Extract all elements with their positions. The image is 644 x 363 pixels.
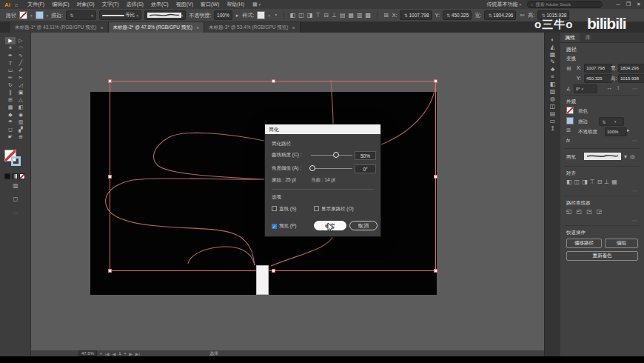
align-left-icon[interactable]: ◧: [289, 12, 297, 19]
menu-item[interactable]: 选择(S): [123, 1, 147, 8]
free-transform-tool[interactable]: ▣: [16, 89, 26, 96]
angle-threshold-value[interactable]: 0°: [355, 164, 376, 173]
type-tool[interactable]: T: [5, 59, 16, 67]
prev-artboard-icon[interactable]: ◀: [113, 351, 116, 356]
pen-tool[interactable]: ✒: [5, 52, 16, 59]
distribute-v-center-icon[interactable]: ▦: [347, 12, 355, 19]
artboard-number-field[interactable]: 1: [118, 351, 121, 356]
workspace-switcher-icon[interactable]: ▦ ▾: [252, 1, 261, 7]
gradient-tool[interactable]: ◧: [16, 104, 26, 111]
brush-dropdown-icon[interactable]: ▾: [624, 153, 627, 160]
selection-tool[interactable]: ▶: [5, 37, 16, 44]
document-tab[interactable]: 未标题-1* @ 43.11% (RGB/GPU 预览)×: [10, 22, 109, 33]
last-artboard-icon[interactable]: ▶|: [135, 351, 140, 356]
pathfinder-intersect-icon[interactable]: ◳: [586, 208, 592, 215]
align-h-center-icon[interactable]: ◫: [574, 179, 580, 185]
selection-handle[interactable]: [272, 79, 275, 83]
close-button[interactable]: ✕: [634, 1, 644, 7]
brush-definition-select[interactable]: [584, 153, 621, 161]
home-icon[interactable]: ⌂: [15, 2, 18, 7]
flip-horizontal-icon[interactable]: ↔: [606, 84, 612, 91]
align-v-center-icon[interactable]: ⊟: [323, 12, 329, 19]
selection-handle[interactable]: [108, 269, 112, 273]
brushes-panel-icon[interactable]: ✎: [548, 58, 558, 65]
selection-handle[interactable]: [434, 175, 437, 179]
menu-item[interactable]: 帮助(H): [223, 1, 248, 8]
document-tab[interactable]: 未标题-3* @ 53.4% (RGB/GPU 预览)×: [204, 22, 300, 33]
reference-point-icon[interactable]: ⊞: [383, 12, 389, 19]
offset-path-button[interactable]: 偏移路径: [566, 239, 602, 248]
align-right-icon[interactable]: ◨: [582, 179, 588, 185]
symbol-sprayer-tool[interactable]: ☂: [5, 119, 16, 126]
blend-tool[interactable]: ◉: [16, 111, 26, 119]
recolor-button[interactable]: 重新着色: [566, 251, 638, 261]
menu-item[interactable]: 编辑(E): [48, 1, 73, 8]
swatches-panel-icon[interactable]: ▦: [548, 50, 558, 58]
opacity-input[interactable]: 100%: [214, 10, 232, 20]
symbols-panel-icon[interactable]: ♣: [548, 65, 558, 73]
rectangle-tool[interactable]: ▭: [5, 67, 16, 74]
selection-handle[interactable]: [434, 79, 437, 83]
color-guide-panel-icon[interactable]: ◭: [548, 43, 558, 50]
align-bottom-icon[interactable]: ⊥: [604, 179, 609, 185]
width-tool[interactable]: ∥: [5, 89, 16, 96]
align-right-icon[interactable]: ◨: [306, 12, 314, 19]
more-options-icon[interactable]: ⋯: [632, 218, 638, 224]
artboards-panel-icon[interactable]: ▭: [548, 117, 558, 124]
next-artboard-icon[interactable]: ▶: [129, 351, 133, 356]
more-options-icon[interactable]: ⋯: [632, 188, 638, 194]
magic-wand-tool[interactable]: ✶: [5, 44, 16, 52]
document-tab-active[interactable]: 未标题-2* @ 47.8% (RGB/GPU 预览)×: [109, 22, 204, 33]
brush-definition-select[interactable]: ▾: [144, 10, 187, 20]
rotate-angle-select[interactable]: 0° ▾: [574, 84, 597, 93]
align-left-icon[interactable]: ◧: [566, 179, 572, 185]
brush-libraries-icon[interactable]: ◎: [630, 153, 635, 160]
artboard-dropdown-icon[interactable]: ▾: [124, 351, 127, 356]
show-original-path-checkbox[interactable]: 显示原路径 (O): [314, 206, 354, 213]
curvature-tool[interactable]: ∿: [16, 52, 26, 59]
align-bottom-icon[interactable]: ⊥: [331, 12, 338, 19]
zoom-level-field[interactable]: 47.6%: [78, 350, 97, 356]
stroke-swatch[interactable]: [566, 117, 574, 124]
stroke-swatch[interactable]: [36, 11, 44, 19]
white-rectangle-object[interactable]: [256, 265, 269, 295]
gradient-panel-icon[interactable]: ◧: [548, 80, 558, 87]
column-graph-tool[interactable]: ▥: [16, 119, 26, 126]
gradient-button[interactable]: [12, 173, 18, 179]
close-tab-icon[interactable]: ×: [101, 25, 104, 30]
app-logo[interactable]: Ai: [4, 1, 10, 8]
stroke-weight-input[interactable]: ⇅▾: [599, 117, 624, 126]
align-h-center-icon[interactable]: ◫: [298, 12, 305, 19]
pathfinder-minus-front-icon[interactable]: ◰: [577, 208, 583, 215]
none-button[interactable]: [19, 173, 25, 179]
angle-threshold-knob[interactable]: [309, 165, 315, 171]
first-artboard-icon[interactable]: |◀: [105, 351, 110, 356]
stroke-indicator[interactable]: [11, 156, 21, 166]
opacity-flyout-icon[interactable]: ▸: [627, 127, 630, 133]
edit-toolbar-icon[interactable]: ⋯: [0, 210, 31, 216]
stock-search-input[interactable]: ⌕ 搜索 Adobe Stock: [527, 1, 603, 8]
opacity-flyout-icon[interactable]: ▸: [235, 13, 240, 19]
perspective-grid-tool[interactable]: △: [16, 96, 26, 104]
maximize-button[interactable]: ❐: [623, 1, 634, 7]
layers-panel-icon[interactable]: ▤: [548, 110, 558, 117]
x-input[interactable]: 1007.798: [584, 64, 612, 73]
color-panel-icon[interactable]: ◐: [548, 36, 558, 43]
close-tab-icon[interactable]: ×: [292, 25, 295, 30]
menu-item[interactable]: 文字(T): [98, 1, 123, 8]
angle-threshold-slider[interactable]: [311, 168, 352, 169]
align-top-icon[interactable]: ⊤: [590, 179, 595, 185]
style-swatch[interactable]: [257, 11, 265, 19]
hand-tool[interactable]: ☛: [5, 133, 16, 141]
curve-precision-knob[interactable]: [333, 152, 339, 158]
menu-item[interactable]: 对象(O): [73, 1, 98, 8]
more-options-icon[interactable]: ⋯: [632, 138, 638, 144]
mesh-tool[interactable]: ▩: [5, 104, 16, 111]
y-input[interactable]: ⇅450.325: [443, 10, 472, 20]
slice-tool[interactable]: ▞: [16, 126, 26, 133]
distribute-icon[interactable]: ▦: [611, 179, 617, 185]
stroke-panel-icon[interactable]: ≡: [548, 73, 558, 80]
minimize-button[interactable]: ─: [613, 2, 623, 7]
group-button[interactable]: 编组: [605, 239, 638, 248]
menu-item[interactable]: 文件(F): [24, 1, 48, 8]
